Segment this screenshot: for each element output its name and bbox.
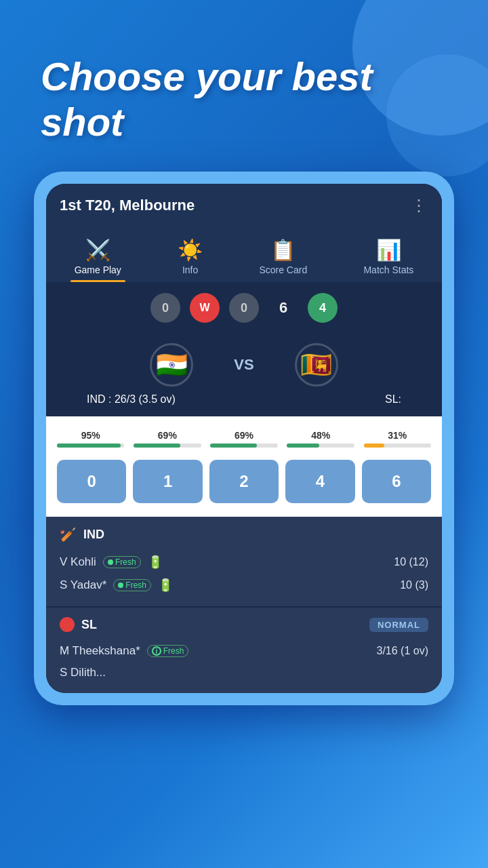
shot-bar-track-6	[364, 443, 431, 448]
tab-scorecard-label: Score Card	[259, 264, 307, 275]
shot-button-6[interactable]: 6	[362, 460, 431, 503]
bowling-left: SL	[60, 617, 97, 632]
batsman-score-2: 10 (3)	[400, 579, 428, 591]
shot-bar-track-1	[134, 443, 201, 448]
tab-gameplay[interactable]: ⚔️ Game Play	[64, 234, 132, 282]
tab-gameplay-label: Game Play	[75, 264, 121, 275]
fresh-label-1: Fresh	[115, 557, 136, 567]
teams-row: 🇮🇳 VS 🇱🇰	[46, 334, 442, 391]
tab-matchstats[interactable]: 📊 Match Stats	[352, 234, 424, 282]
team2-flag: 🇱🇰	[295, 343, 338, 387]
batsman-name-2: S Yadav*	[60, 578, 106, 592]
fresh-badge-2: Fresh	[113, 579, 151, 591]
more-options-button[interactable]: ⋮	[411, 196, 428, 215]
shot-bar-fill-0	[57, 443, 121, 448]
bowler-left-2: S Dilith...	[60, 666, 106, 679]
fresh-dot-1	[108, 559, 113, 565]
sl-dot-icon	[60, 617, 75, 632]
bowling-team-header: SL NORMAL	[60, 617, 428, 632]
shot-button-4[interactable]: 4	[285, 460, 354, 503]
ball-1: 0	[150, 293, 180, 323]
bowler-fresh-badge-1: i Fresh	[147, 645, 189, 657]
app-header: 1st T20, Melbourne ⋮	[46, 184, 442, 227]
bowler-row-2: S Dilith...	[60, 662, 428, 684]
shot-col-2: 69%	[210, 430, 277, 454]
match-title: 1st T20, Melbourne	[60, 197, 195, 214]
nav-tabs: ⚔️ Game Play ☀️ Info 📋 Score Card 📊 Matc…	[46, 227, 442, 282]
sl-score: SL:	[385, 393, 401, 406]
tab-matchstats-label: Match Stats	[363, 264, 413, 275]
shot-button-1[interactable]: 1	[133, 460, 202, 503]
shot-bar-track-0	[57, 443, 124, 448]
gameplay-icon: ⚔️	[85, 238, 110, 262]
bowling-section: SL NORMAL M Theekshana* i Fresh 3/16 (1 …	[46, 606, 442, 693]
batting-team-header: 🏏 IND	[60, 526, 428, 542]
ball-2: W	[190, 293, 220, 323]
ind-score: IND : 26/3 (3.5 ov)	[87, 393, 176, 406]
score-balls-row: 0 W 0 6 4	[46, 282, 442, 334]
bat-icon: 🏏	[60, 526, 77, 542]
batsman-row-1: V Kohli Fresh 🔋 10 (12)	[60, 551, 428, 574]
vs-label: VS	[234, 356, 253, 374]
ball-4: 6	[268, 293, 298, 323]
tab-info-label: Info	[182, 264, 198, 275]
tab-scorecard[interactable]: 📋 Score Card	[248, 234, 318, 282]
batsman-score-1: 10 (12)	[394, 556, 428, 568]
shot-button-2[interactable]: 2	[209, 460, 279, 503]
shot-button-0[interactable]: 0	[57, 460, 126, 503]
bowler-fresh-label-1: Fresh	[163, 646, 184, 656]
bowler-name-2: S Dilith...	[60, 666, 106, 679]
shot-col-0: 95%	[57, 430, 124, 454]
battery-icon-2: 🔋	[158, 578, 173, 593]
tab-info[interactable]: ☀️ Info	[167, 234, 214, 282]
shot-col-4: 48%	[287, 430, 354, 454]
shot-bar-fill-6	[364, 443, 385, 448]
ball-5: 4	[308, 293, 338, 323]
shot-pct-4: 48%	[311, 430, 330, 441]
bowling-team-name: SL	[81, 618, 97, 632]
bowler-left-1: M Theekshana* i Fresh	[60, 644, 188, 658]
batting-section: 🏏 IND V Kohli Fresh 🔋 10 (12) S Yada	[46, 517, 442, 606]
shot-col-1: 69%	[134, 430, 201, 454]
shot-selector: 95% 69% 69%	[46, 416, 442, 517]
fresh-dot-2	[118, 583, 123, 588]
team1-flag: 🇮🇳	[150, 343, 193, 387]
shot-bar-fill-2	[210, 443, 257, 448]
batsman-left-1: V Kohli Fresh 🔋	[60, 555, 163, 570]
batsman-left-2: S Yadav* Fresh 🔋	[60, 578, 173, 593]
battery-icon-1: 🔋	[148, 555, 163, 570]
batting-team-name: IND	[83, 528, 104, 542]
fresh-label-2: Fresh	[125, 580, 146, 590]
shot-bar-track-2	[210, 443, 277, 448]
batsman-row-2: S Yadav* Fresh 🔋 10 (3)	[60, 574, 428, 597]
shot-bar-fill-4	[287, 443, 319, 448]
fresh-badge-1: Fresh	[103, 556, 141, 568]
matchstats-icon: 📊	[376, 238, 401, 262]
scorecard-icon: 📋	[270, 238, 296, 262]
info-icon-bowler-1: i	[152, 646, 161, 656]
phone-frame: 1st T20, Melbourne ⋮ ⚔️ Game Play ☀️ Inf…	[34, 172, 454, 705]
bowler-score-1: 3/16 (1 ov)	[377, 645, 428, 657]
difficulty-badge: NORMAL	[369, 618, 428, 632]
bowler-row-1: M Theekshana* i Fresh 3/16 (1 ov)	[60, 640, 428, 662]
shot-pct-2: 69%	[235, 430, 253, 441]
phone-screen: 1st T20, Melbourne ⋮ ⚔️ Game Play ☀️ Inf…	[46, 184, 442, 693]
team-scores-row: IND : 26/3 (3.5 ov) SL:	[46, 391, 442, 416]
hero-title: Choose your best shot	[0, 0, 488, 172]
bowler-name-1: M Theekshana*	[60, 644, 140, 658]
info-icon: ☀️	[178, 238, 203, 262]
ball-3: 0	[229, 293, 259, 323]
shot-bar-track-4	[287, 443, 354, 448]
batsman-name-1: V Kohli	[60, 555, 96, 569]
shot-bar-fill-1	[134, 443, 180, 448]
shot-pct-6: 31%	[388, 430, 407, 441]
shot-pct-1: 69%	[158, 430, 177, 441]
shot-percentages: 95% 69% 69%	[57, 430, 431, 454]
shot-col-6: 31%	[364, 430, 431, 454]
shot-pct-0: 95%	[81, 430, 100, 441]
